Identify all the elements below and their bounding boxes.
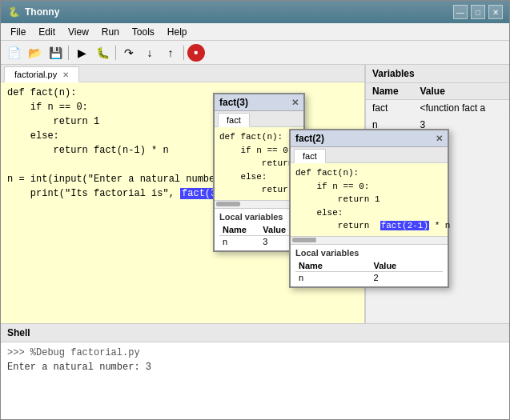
debug-var-row-n-fact2: n 2 [295,271,443,283]
code-line-2: if n == 0: [7,100,358,114]
debug-titlebar-fact3: fact(3) ✕ [215,94,303,111]
debug-title-text-fact3: fact(3) [219,97,248,108]
step-over-button[interactable]: ↷ [119,44,139,62]
var-col-name: Name [366,83,414,100]
code-line-1: def fact(n): [7,86,358,100]
toolbar-separator-2 [115,46,116,60]
menu-bar: File Edit View Run Tools Help [1,23,509,41]
menu-file[interactable]: File [4,25,32,39]
toolbar-separator-1 [68,46,69,60]
debug-code2-line-2: if n == 0: [295,180,443,194]
debug-button[interactable]: 🐛 [93,44,112,62]
debug-var-n-name-fact3: n [219,235,259,247]
debug-titlebar-fact2: fact(2) ✕ [291,130,448,147]
debug-var-row-n-fact3: n 3 [219,235,299,247]
main-area: factorial.py ✕ def fact(n): if n == 0: r… [1,65,509,419]
debug-local-title-fact3: Local variables [219,212,299,222]
debug-code-line-4: else: [219,170,299,184]
main-window: 🐍 Thonny — □ ✕ File Edit View Run Tools … [0,0,510,420]
var-row-fact: fact <function fact a [366,100,509,117]
debug-scroll-thumb-fact3 [216,202,240,206]
shell-line-2: Enter a natural number: 3 [7,360,503,374]
editor-tab-bar: factorial.py ✕ [1,65,364,82]
debug-var-n-value-fact2: 2 [371,271,444,283]
debug-tab-bar-fact3: fact [215,111,303,127]
debug-code-line-1: def fact(n): [219,130,299,144]
debug-code-line-2: if n == 0: [219,144,299,158]
tab-label: factorial.py [14,70,57,79]
debug-title-text-fact2: fact(2) [295,133,324,144]
run-button[interactable]: ▶ [72,44,91,62]
save-file-button[interactable]: 💾 [46,44,65,62]
var-col-value: Value [414,83,509,100]
variables-table: Name Value fact <function fact a n 3 [366,83,509,134]
debug-code-line-5: retur [219,183,299,197]
step-out-button[interactable]: ↑ [161,44,180,62]
tab-close-icon[interactable]: ✕ [62,70,69,79]
menu-tools[interactable]: Tools [126,25,161,39]
debug-close-fact2[interactable]: ✕ [436,134,443,144]
open-file-button[interactable]: 📂 [25,44,44,62]
var-value-fact: <function fact a [414,100,509,117]
menu-help[interactable]: Help [161,25,194,39]
debug-code-line-3: return [219,157,299,170]
minimize-button[interactable]: — [453,5,468,19]
debug-close-fact3[interactable]: ✕ [291,98,299,108]
step-into-button[interactable]: ↓ [140,44,159,62]
debug-code2-line-4: else: [295,206,443,220]
new-file-button[interactable]: 📄 [4,44,23,62]
title-controls: — □ ✕ [453,5,503,19]
debug-var-col-value-fact2: Value [371,260,444,272]
debug-tab-fact3[interactable]: fact [218,113,250,127]
menu-run[interactable]: Run [95,25,126,39]
debug-var-col-name-fact3: Name [219,224,259,236]
debug-scroll-thumb-fact2 [292,238,316,242]
debug-var-table-fact2: Name Value n 2 [295,260,443,283]
debug-var-col-name-fact2: Name [295,260,371,272]
debug-var-table-fact3: Name Value n 3 [219,224,299,247]
debug-var-n-name-fact2: n [295,271,371,283]
close-button[interactable]: ✕ [488,5,503,19]
code-line-3: return 1 [7,114,358,129]
toolbar-separator-3 [183,46,184,60]
debug-tab-bar-fact2: fact [291,147,448,163]
shell-content[interactable]: >>> %Debug factorial.py Enter a natural … [1,342,509,419]
debug-local-vars-fact2: Local variables Name Value n 2 [291,244,448,286]
debug-code2-line-1: def fact(n): [295,166,443,180]
toolbar: 📄 📂 💾 ▶ 🐛 ↷ ↓ ↑ ■ [1,41,509,65]
shell-panel: Shell >>> %Debug factorial.py Enter a na… [1,323,509,419]
title-bar: 🐍 Thonny — □ ✕ [1,1,509,23]
stop-button[interactable]: ■ [187,44,205,62]
menu-edit[interactable]: Edit [32,25,62,39]
tab-factorial[interactable]: factorial.py ✕ [4,66,79,82]
debug-highlight-fact21: fact(2-1) [380,221,429,230]
debug-tab-fact2[interactable]: fact [294,149,326,163]
debug-code-fact2: def fact(n): if n == 0: return 1 else: r… [291,163,448,236]
shell-title: Shell [1,324,509,342]
app-icon: 🐍 [7,6,20,18]
debug-scroll-fact2[interactable] [291,236,448,244]
debug-code2-line-3: return 1 [295,193,443,206]
debug-code2-line-5: return fact(2-1) * n [295,219,443,233]
debug-local-title-fact2: Local variables [295,248,443,258]
maximize-button[interactable]: □ [471,5,485,19]
window-title: Thonny [25,6,59,18]
var-name-fact: fact [366,100,414,117]
variables-title: Variables [366,65,509,83]
title-bar-left: 🐍 Thonny [7,6,59,18]
shell-line-1: >>> %Debug factorial.py [7,346,503,360]
menu-view[interactable]: View [62,25,95,39]
debug-window-fact2: fact(2) ✕ fact def fact(n): if n == 0: r… [289,129,449,288]
